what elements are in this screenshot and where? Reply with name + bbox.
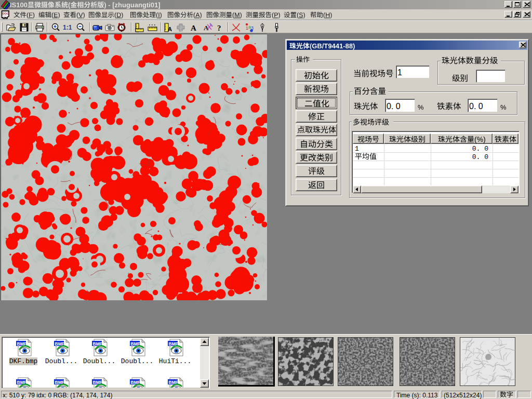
svg-text:?: ? bbox=[217, 24, 221, 32]
svg-text:A: A bbox=[168, 26, 172, 32]
svg-text:1:1: 1:1 bbox=[63, 24, 72, 31]
svg-text:DOC: DOC bbox=[2, 12, 9, 15]
svg-text:A: A bbox=[191, 24, 196, 32]
